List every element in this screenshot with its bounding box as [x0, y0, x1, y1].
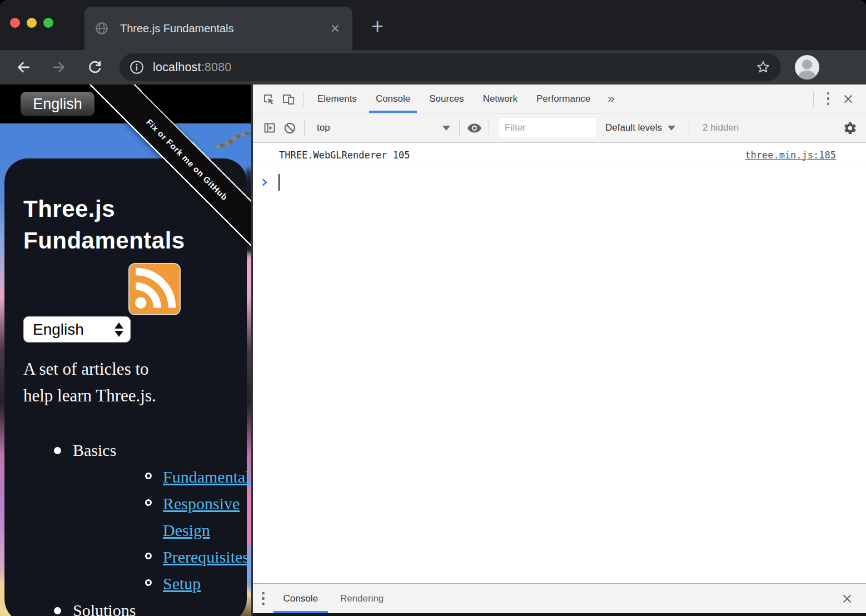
text-cursor [278, 174, 280, 191]
page-title-line2: Fundamentals [23, 225, 236, 256]
separator [813, 91, 814, 107]
separator [489, 120, 489, 136]
nav-section-label: Solutions [73, 601, 136, 616]
bullet-icon [145, 553, 152, 559]
console-log-row: THREE.WebGLRenderer 105 three.min.js:185 [253, 143, 866, 167]
page-panel: Three.js Fundamentals English A set of a… [4, 158, 247, 616]
url-text: localhost:8080 [153, 61, 755, 74]
inspect-element-icon[interactable] [258, 89, 278, 109]
url-host: localhost [153, 61, 201, 74]
close-window-button[interactable] [10, 18, 20, 28]
url-port: :8080 [201, 61, 232, 74]
bullet-icon [145, 473, 152, 479]
profile-avatar[interactable] [795, 55, 819, 80]
link-setup[interactable]: Setup [163, 574, 201, 593]
separator [304, 120, 305, 136]
intro-line2: help learn Three.js. [23, 382, 236, 409]
bullet-icon [54, 447, 61, 454]
devtools-menu-icon[interactable] [818, 89, 838, 109]
log-levels-selector[interactable]: Default levels [596, 122, 684, 133]
drawer-tab-console[interactable]: Console [272, 584, 329, 613]
bookmark-star-icon[interactable] [755, 59, 771, 75]
new-tab-button[interactable]: + [362, 11, 392, 41]
prompt-chevron-icon [261, 178, 268, 187]
rss-link[interactable] [130, 264, 180, 314]
tab-sources[interactable]: Sources [420, 85, 473, 113]
context-selector[interactable]: top [309, 122, 455, 133]
window-titlebar: Three.js Fundamentals + [0, 0, 866, 50]
browser-toolbar: localhost:8080 [0, 50, 866, 85]
back-button[interactable] [14, 58, 32, 76]
live-expression-eye-icon[interactable] [464, 118, 484, 138]
rss-icon [130, 264, 180, 314]
language-tab-english[interactable]: English [21, 92, 94, 116]
nav-section-solutions: Solutions [23, 597, 236, 616]
filter-input[interactable] [499, 118, 596, 137]
content-area: English Three.js Fundamentals English [0, 85, 866, 616]
bullet-icon [145, 499, 152, 506]
drawer-close-icon[interactable] [837, 589, 857, 609]
select-arrows-icon [115, 322, 123, 337]
link-fundamentals[interactable]: Fundamentals [163, 468, 251, 486]
chevron-down-icon [668, 126, 675, 131]
nav-item: Fundamentals [73, 464, 236, 490]
avatar-head [802, 59, 812, 69]
language-select[interactable]: English [23, 316, 131, 342]
console-messages: THREE.WebGLRenderer 105 three.min.js:185 [253, 143, 866, 583]
globe-favicon-icon [94, 21, 109, 36]
console-toolbar: top Default levels 2 hidden [253, 113, 866, 143]
zoom-window-button[interactable] [43, 18, 53, 28]
webpage-viewport: English Three.js Fundamentals English [0, 85, 251, 616]
address-bar[interactable]: localhost:8080 [120, 53, 781, 81]
nav-item: Prerequisites [73, 544, 236, 570]
more-tabs-icon[interactable]: » [600, 92, 622, 106]
browser-tab[interactable]: Three.js Fundamentals [84, 7, 352, 50]
background-chain [213, 131, 250, 151]
hidden-messages-count: 2 hidden [694, 122, 745, 133]
tab-performance[interactable]: Performance [527, 85, 600, 113]
drawer-menu-icon[interactable] [262, 592, 265, 605]
avatar-torso [798, 71, 816, 80]
page-nav: Basics Fundamentals Responsive Design Pr… [23, 437, 236, 616]
nav-item: Setup [73, 570, 236, 597]
console-sidebar-icon[interactable] [260, 118, 280, 138]
page-title: Three.js Fundamentals [23, 193, 236, 256]
separator [689, 120, 689, 136]
nav-section-label: Basics [73, 441, 116, 459]
context-selected: top [317, 122, 442, 133]
window-bottom-edge [253, 613, 866, 616]
intro-line1: A set of articles to [23, 356, 236, 382]
tab-console[interactable]: Console [366, 85, 420, 113]
bullet-icon [145, 579, 152, 586]
tab-network[interactable]: Network [474, 85, 527, 113]
clear-console-icon[interactable] [280, 118, 300, 138]
devtools-drawer: Console Rendering [253, 583, 866, 613]
levels-selected: Default levels [605, 122, 662, 133]
reload-button[interactable] [86, 58, 104, 76]
settings-gear-icon[interactable] [840, 118, 859, 137]
drawer-tab-rendering[interactable]: Rendering [329, 584, 395, 613]
tab-elements[interactable]: Elements [308, 85, 366, 113]
nav-section-basics: Basics Fundamentals Responsive Design Pr… [23, 437, 236, 597]
devtools-tabbar: Elements Console Sources Network Perform… [253, 85, 866, 113]
console-log-message: THREE.WebGLRenderer 105 [279, 150, 745, 161]
browser-window: { "browser": { "tab_title": "Three.js Fu… [0, 0, 866, 616]
console-prompt[interactable] [253, 167, 866, 193]
separator [459, 120, 460, 136]
nav-sublist: Fundamentals Responsive Design Prerequis… [73, 464, 236, 597]
tab-close-icon[interactable] [328, 21, 342, 36]
site-info-icon[interactable] [130, 60, 144, 74]
devtools-panel: Elements Console Sources Network Perform… [251, 85, 866, 616]
device-toolbar-icon[interactable] [278, 89, 298, 109]
intro-text: A set of articles to help learn Three.js… [23, 356, 236, 409]
minimize-window-button[interactable] [27, 18, 37, 28]
traffic-lights [10, 18, 53, 28]
chevron-down-icon [442, 126, 450, 131]
language-select-value: English [33, 321, 115, 339]
link-prerequisites[interactable]: Prerequisites [163, 548, 249, 566]
link-responsive-design[interactable]: Responsive Design [163, 494, 240, 539]
console-source-link[interactable]: three.min.js:185 [745, 150, 836, 161]
forward-button[interactable] [50, 58, 68, 76]
nav-item: Responsive Design [73, 490, 236, 544]
devtools-close-icon[interactable] [838, 89, 858, 109]
